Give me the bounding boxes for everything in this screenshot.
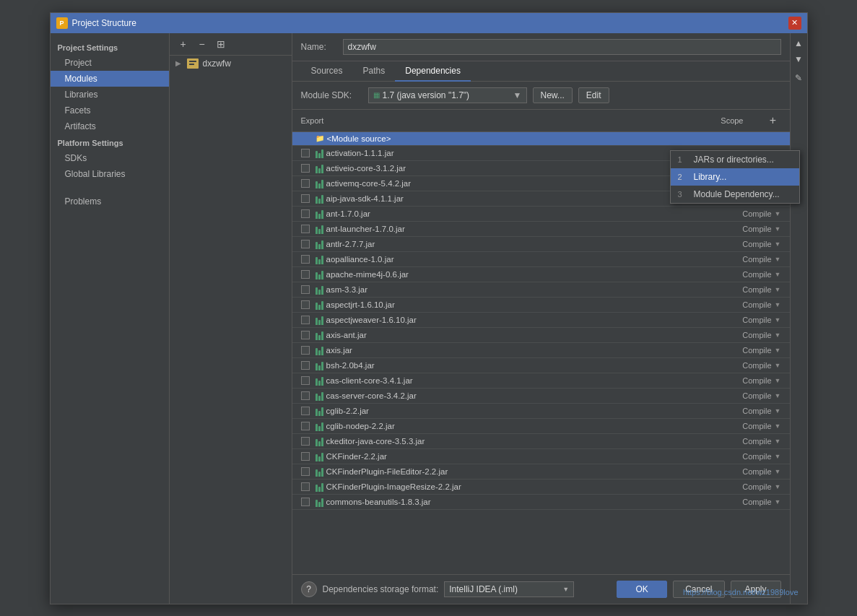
dep-row-16[interactable]: cas-client-core-3.4.1.jar Compile ▼ bbox=[292, 373, 790, 389]
edit-button[interactable]: ✎ bbox=[791, 71, 806, 85]
dep-scope-arrow-9[interactable]: ▼ bbox=[775, 271, 781, 278]
dep-scope-arrow-11[interactable]: ▼ bbox=[775, 301, 781, 308]
dep-checkbox-24[interactable] bbox=[301, 498, 316, 506]
help-button[interactable]: ? bbox=[301, 581, 317, 597]
popup-item-module-dep[interactable]: 3 Module Dependency... bbox=[671, 186, 799, 203]
sidebar-item-problems[interactable]: Problems bbox=[51, 194, 169, 209]
dep-row-20[interactable]: ckeditor-java-core-3.5.3.jar Compile ▼ bbox=[292, 434, 790, 449]
sidebar-item-libraries[interactable]: Libraries bbox=[51, 87, 169, 103]
dep-scope-arrow-19[interactable]: ▼ bbox=[775, 422, 781, 430]
dep-row-12[interactable]: aspectjweaver-1.6.10.jar Compile ▼ bbox=[292, 313, 790, 328]
sidebar-item-project[interactable]: Project bbox=[51, 55, 169, 71]
sidebar-item-sdks[interactable]: SDKs bbox=[51, 150, 169, 166]
dep-row-7[interactable]: antlr-2.7.7.jar Compile ▼ bbox=[292, 237, 790, 252]
dep-checkbox-5[interactable] bbox=[301, 209, 316, 218]
dep-scope-arrow-14[interactable]: ▼ bbox=[775, 347, 781, 354]
sidebar-item-artifacts[interactable]: Artifacts bbox=[51, 118, 169, 134]
dep-checkbox-20[interactable] bbox=[301, 437, 316, 446]
dep-scope-arrow-24[interactable]: ▼ bbox=[775, 498, 781, 506]
dep-row-13[interactable]: axis-ant.jar Compile ▼ bbox=[292, 328, 790, 343]
dep-row-19[interactable]: cglib-nodep-2.2.jar Compile ▼ bbox=[292, 419, 790, 434]
tab-dependencies[interactable]: Dependencies bbox=[395, 61, 471, 82]
dep-row-10[interactable]: asm-3.3.jar Compile ▼ bbox=[292, 282, 790, 298]
dep-scope-arrow-22[interactable]: ▼ bbox=[775, 468, 781, 475]
dep-row-6[interactable]: ant-launcher-1.7.0.jar Compile ▼ bbox=[292, 222, 790, 237]
dep-row-17[interactable]: cas-server-core-3.4.2.jar Compile ▼ bbox=[292, 389, 790, 404]
dep-scope-arrow-5[interactable]: ▼ bbox=[775, 210, 781, 217]
dep-checkbox-13[interactable] bbox=[301, 331, 316, 339]
popup-item-library[interactable]: 2 Library... bbox=[671, 168, 799, 186]
dep-row-module-source[interactable]: 📁 <Module source> bbox=[292, 132, 790, 146]
dep-icon-23 bbox=[316, 482, 323, 492]
dep-checkbox-23[interactable] bbox=[301, 482, 316, 491]
dep-checkbox-7[interactable] bbox=[301, 240, 316, 248]
dep-row-5[interactable]: ant-1.7.0.jar Compile ▼ bbox=[292, 207, 790, 222]
ok-button[interactable]: OK bbox=[617, 581, 667, 598]
sidebar-item-facets[interactable]: Facets bbox=[51, 103, 169, 118]
dep-scope-arrow-21[interactable]: ▼ bbox=[775, 453, 781, 460]
dep-row-18[interactable]: cglib-2.2.jar Compile ▼ bbox=[292, 404, 790, 419]
dep-scope-arrow-16[interactable]: ▼ bbox=[775, 377, 781, 384]
dep-checkbox-8[interactable] bbox=[301, 255, 316, 264]
dep-scope-arrow-7[interactable]: ▼ bbox=[775, 240, 781, 248]
bottom-link[interactable]: https://blog.csdn.net/wz1989love bbox=[683, 588, 799, 597]
storage-select[interactable]: IntelliJ IDEA (.iml) ▼ bbox=[444, 581, 574, 597]
dep-row-9[interactable]: apache-mime4j-0.6.jar Compile ▼ bbox=[292, 267, 790, 282]
dep-icon-0: 📁 bbox=[316, 134, 324, 142]
dep-scope-arrow-18[interactable]: ▼ bbox=[775, 407, 781, 415]
dep-checkbox-15[interactable] bbox=[301, 361, 316, 370]
dep-scope-arrow-17[interactable]: ▼ bbox=[775, 392, 781, 399]
dep-checkbox-12[interactable] bbox=[301, 316, 316, 324]
move-down-button[interactable]: ▼ bbox=[791, 52, 806, 66]
dep-row-24[interactable]: commons-beanutils-1.8.3.jar Compile ▼ bbox=[292, 495, 790, 510]
dep-row-15[interactable]: bsh-2.0b4.jar Compile ▼ bbox=[292, 358, 790, 373]
dep-scope-arrow-10[interactable]: ▼ bbox=[775, 286, 781, 293]
dep-scope-arrow-15[interactable]: ▼ bbox=[775, 362, 781, 369]
dep-checkbox-21[interactable] bbox=[301, 452, 316, 461]
dep-checkbox-22[interactable] bbox=[301, 467, 316, 476]
popup-item-jars[interactable]: 1 JARs or directories... bbox=[671, 151, 799, 168]
dep-checkbox-11[interactable] bbox=[301, 300, 316, 309]
sidebar-item-modules[interactable]: Modules bbox=[51, 71, 169, 87]
dep-checkbox-16[interactable] bbox=[301, 376, 316, 385]
dep-row-22[interactable]: CKFinderPlugin-FileEditor-2.2.jar Compil… bbox=[292, 464, 790, 480]
dep-checkbox-9[interactable] bbox=[301, 270, 316, 279]
popup-label-1: JARs or directories... bbox=[694, 155, 774, 165]
add-module-button[interactable]: + bbox=[175, 36, 191, 52]
dep-checkbox-14[interactable] bbox=[301, 346, 316, 355]
dep-scope-arrow-8[interactable]: ▼ bbox=[775, 256, 781, 263]
dep-scope-arrow-13[interactable]: ▼ bbox=[775, 331, 781, 339]
add-dependency-button[interactable]: + bbox=[765, 113, 781, 129]
module-tree-item[interactable]: ▶ dxzwfw bbox=[170, 56, 292, 71]
dep-row-11[interactable]: aspectjrt-1.6.10.jar Compile ▼ bbox=[292, 298, 790, 313]
sdk-select[interactable]: ▦ 1.7 (java version "1.7") ▼ bbox=[368, 87, 527, 103]
remove-module-button[interactable]: − bbox=[194, 36, 210, 52]
dep-row-8[interactable]: aopalliance-1.0.jar Compile ▼ bbox=[292, 252, 790, 267]
dep-checkbox-4[interactable] bbox=[301, 194, 316, 203]
dep-scope-arrow-12[interactable]: ▼ bbox=[775, 316, 781, 324]
dep-checkbox-10[interactable] bbox=[301, 285, 316, 294]
sidebar-item-global-libraries[interactable]: Global Libraries bbox=[51, 166, 169, 182]
name-input[interactable] bbox=[343, 39, 781, 55]
close-button[interactable]: ✕ bbox=[788, 17, 801, 30]
dep-checkbox-18[interactable] bbox=[301, 407, 316, 415]
sdk-edit-button[interactable]: Edit bbox=[578, 87, 609, 103]
dep-checkbox-17[interactable] bbox=[301, 391, 316, 400]
dep-checkbox-3[interactable] bbox=[301, 179, 316, 188]
dep-name-10: asm-3.3.jar bbox=[326, 285, 710, 294]
dep-checkbox-2[interactable] bbox=[301, 164, 316, 173]
tab-sources[interactable]: Sources bbox=[301, 61, 353, 82]
dep-scope-arrow-6[interactable]: ▼ bbox=[775, 225, 781, 233]
dep-row-23[interactable]: CKFinderPlugin-ImageResize-2.2.jar Compi… bbox=[292, 480, 790, 495]
dep-scope-arrow-23[interactable]: ▼ bbox=[775, 483, 781, 490]
move-up-button[interactable]: ▲ bbox=[791, 36, 806, 51]
dep-scope-arrow-20[interactable]: ▼ bbox=[775, 438, 781, 445]
tab-paths[interactable]: Paths bbox=[353, 61, 396, 82]
dep-row-21[interactable]: CKFinder-2.2.jar Compile ▼ bbox=[292, 449, 790, 464]
dep-checkbox-6[interactable] bbox=[301, 225, 316, 233]
dep-row-14[interactable]: axis.jar Compile ▼ bbox=[292, 343, 790, 358]
dep-checkbox-19[interactable] bbox=[301, 422, 316, 430]
copy-module-button[interactable]: ⊞ bbox=[213, 36, 229, 52]
dep-checkbox-1[interactable] bbox=[301, 149, 316, 157]
sdk-new-button[interactable]: New... bbox=[533, 87, 573, 103]
